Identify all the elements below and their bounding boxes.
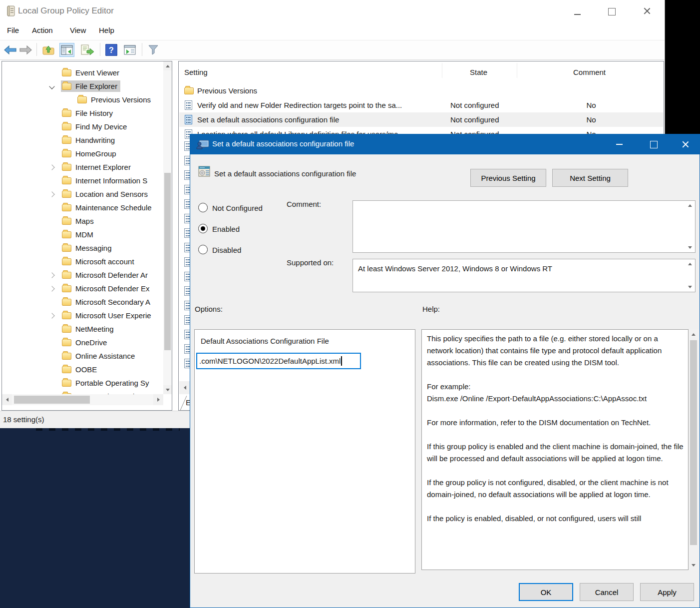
column-header-setting[interactable]: Setting [184, 68, 208, 76]
radio-enabled[interactable] [198, 224, 208, 233]
tree-item-internet-information[interactable]: Internet Information S [2, 174, 163, 187]
folder-icon [62, 285, 71, 292]
tree-item-microsoft-user-experience[interactable]: Microsoft User Experie [2, 309, 163, 322]
show-properties-icon[interactable] [122, 43, 137, 57]
comment-label: Comment: [287, 200, 321, 208]
ok-button[interactable]: OK [519, 583, 573, 601]
list-row-verify-folder-redirection[interactable]: Verify old and new Folder Redirection ta… [179, 98, 663, 112]
tree-item-file-explorer[interactable]: File Explorer [2, 79, 163, 93]
scroll-down-icon[interactable] [688, 246, 692, 249]
tree-item-online-assistance[interactable]: Online Assistance [2, 349, 163, 363]
tree-item-portable-operating-system[interactable]: Portable Operating Sy [2, 376, 163, 390]
export-list-icon[interactable] [80, 43, 95, 57]
tree-item-microsoft-account[interactable]: Microsoft account [2, 255, 163, 268]
radio-disabled[interactable] [198, 245, 208, 254]
scroll-up-icon[interactable] [163, 61, 172, 70]
column-separator[interactable] [442, 63, 442, 78]
tree-item-location-and-sensors[interactable]: Location and Sensors [2, 187, 163, 201]
tree-item-maintenance-scheduler[interactable]: Maintenance Schedule [2, 201, 163, 214]
forward-icon[interactable] [18, 43, 33, 57]
tree-item-microsoft-secondary[interactable]: Microsoft Secondary A [2, 295, 163, 309]
cancel-button[interactable]: Cancel [580, 583, 634, 601]
close-icon[interactable] [643, 7, 651, 15]
scroll-right-icon[interactable] [153, 394, 163, 405]
tree-item-netmeeting[interactable]: NetMeeting [2, 322, 163, 336]
tree-item-oobe[interactable]: OOBE [2, 363, 163, 376]
scroll-left-icon[interactable] [2, 394, 12, 405]
chevron-down-icon[interactable] [49, 83, 54, 89]
default-associations-file-input[interactable]: .com\NETLOGON\2022DefaultAppList.xml [196, 353, 361, 369]
console-tree-panel: Event Viewer File Explorer Previous Vers… [1, 61, 172, 411]
list-row-previous-versions[interactable]: Previous Versions [179, 83, 663, 98]
tree-item-microsoft-defender-antivirus[interactable]: Microsoft Defender Ar [2, 268, 163, 282]
chevron-right-icon[interactable] [49, 286, 54, 291]
toolbar: ? [0, 40, 665, 60]
chevron-right-icon[interactable] [49, 272, 54, 278]
column-header-comment[interactable]: Comment [573, 68, 606, 76]
chevron-right-icon[interactable] [49, 164, 54, 170]
tree-item-internet-explorer[interactable]: Internet Explorer [2, 160, 163, 174]
folder-icon [62, 218, 71, 225]
svg-text:?: ? [109, 46, 114, 54]
dialog-titlebar[interactable]: Set a default associations configuration… [190, 134, 700, 154]
scroll-left-icon[interactable] [179, 381, 190, 394]
tree-item-file-history[interactable]: File History [2, 106, 163, 120]
apply-button[interactable]: Apply [640, 583, 694, 601]
scroll-down-icon[interactable] [688, 286, 692, 288]
help-icon[interactable]: ? [104, 43, 119, 57]
tree-item-presentation-settings[interactable]: Presentation Settings [2, 390, 163, 394]
tree-item-event-viewer[interactable]: Event Viewer [2, 66, 163, 79]
dialog-maximize-button[interactable] [650, 141, 658, 148]
list-row-set-default-associations[interactable]: Set a default associations configuration… [179, 112, 663, 127]
dialog-close-icon[interactable] [682, 140, 690, 148]
next-setting-button[interactable]: Next Setting [552, 169, 628, 187]
tree-item-handwriting[interactable]: Handwriting [2, 133, 163, 147]
supported-on-box[interactable]: At least Windows Server 2012, Windows 8 … [352, 259, 696, 292]
tree-item-microsoft-defender-exploit[interactable]: Microsoft Defender Ex [2, 282, 163, 295]
menu-file[interactable]: File [7, 26, 19, 34]
folder-icon [62, 231, 71, 238]
tree-item-messaging[interactable]: Messaging [2, 241, 163, 255]
scroll-up-icon[interactable] [689, 329, 699, 339]
tree-item-find-my-device[interactable]: Find My Device [2, 120, 163, 133]
column-header-state[interactable]: State [470, 68, 487, 76]
show-console-tree-icon[interactable] [59, 43, 74, 57]
scroll-up-icon[interactable] [688, 263, 692, 265]
scrollbar-thumb[interactable] [164, 173, 171, 350]
scroll-down-icon[interactable] [689, 560, 699, 570]
chevron-right-icon[interactable] [49, 313, 54, 318]
tree-horizontal-scrollbar[interactable] [2, 394, 163, 405]
folder-icon [62, 164, 71, 171]
up-one-level-icon[interactable] [41, 43, 56, 57]
filter-icon[interactable] [146, 43, 161, 57]
scroll-down-icon[interactable] [163, 385, 172, 394]
scroll-up-icon[interactable] [688, 204, 692, 207]
help-scrollbar[interactable] [689, 329, 699, 570]
tree-item-maps[interactable]: Maps [2, 214, 163, 228]
column-separator[interactable] [517, 63, 517, 78]
tree-item-previous-versions[interactable]: Previous Versions [2, 93, 163, 106]
policy-icon [185, 115, 192, 124]
menu-help[interactable]: Help [99, 26, 114, 34]
tree-item-homegroup[interactable]: HomeGroup [2, 147, 163, 160]
menu-view[interactable]: View [70, 26, 86, 34]
menu-action[interactable]: Action [32, 26, 53, 34]
help-paragraph: For example: [427, 381, 684, 393]
comment-textarea[interactable] [352, 200, 696, 253]
tree-item-onedrive[interactable]: OneDrive [2, 336, 163, 349]
tree-vertical-scrollbar[interactable] [163, 61, 172, 394]
scrollbar-thumb[interactable] [14, 396, 90, 404]
minimize-button[interactable] [574, 14, 581, 15]
back-icon[interactable] [2, 43, 17, 57]
help-box[interactable]: This policy specifies the path to a file… [421, 329, 689, 570]
scrollbar-thumb[interactable] [690, 340, 697, 545]
tree-item-mdm[interactable]: MDM [2, 228, 163, 241]
toolbar-separator [142, 43, 142, 56]
chevron-right-icon[interactable] [49, 191, 54, 197]
folder-icon [62, 191, 71, 198]
dialog-minimize-button[interactable] [616, 144, 623, 145]
folder-icon [62, 326, 71, 333]
radio-not-configured[interactable] [198, 203, 208, 212]
previous-setting-button[interactable]: Previous Setting [470, 169, 546, 187]
maximize-button[interactable] [608, 8, 616, 15]
